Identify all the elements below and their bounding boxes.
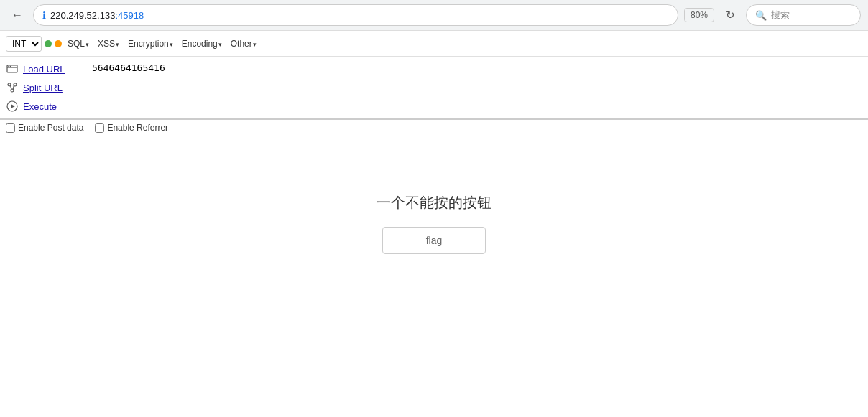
zoom-badge[interactable]: 80% [684,8,714,22]
hackbar-toolbar: INT SQL XSS Encryption Encoding Other [0,31,868,57]
search-placeholder: 搜索 [771,9,790,22]
load-url-item[interactable]: Load URL [0,60,86,78]
split-url-label: Split URL [23,83,63,93]
hackbar-main: 5646464165416 [86,57,868,118]
execute-icon [6,100,19,113]
referrer-checkbox[interactable] [95,123,104,133]
address-host: 220.249.52.133 [50,10,115,21]
hackbar-content: Load URL Split URL Execute 5646464165416 [0,57,868,119]
post-data-checkbox[interactable] [6,123,15,133]
execute-label: Execute [23,101,57,112]
svg-line-8 [13,85,14,90]
encryption-menu-button[interactable]: Encryption [125,37,176,50]
sql-menu-button[interactable]: SQL [65,37,92,50]
flag-button[interactable]: flag [382,227,486,254]
nav-bar: ← ℹ 220.249.52.133:45918 80% ↻ 🔍 搜索 [0,0,868,30]
svg-marker-10 [11,104,15,108]
svg-point-2 [8,66,9,67]
green-dot-icon [45,40,52,47]
reload-button[interactable]: ↻ [720,5,740,25]
back-button[interactable]: ← [7,5,27,25]
xss-menu-button[interactable]: XSS [95,37,122,50]
address-port: :45918 [115,10,144,21]
svg-point-3 [10,66,11,67]
other-menu-button[interactable]: Other [228,37,259,50]
split-url-icon [6,81,19,94]
address-bar: ℹ 220.249.52.133:45918 [33,4,678,26]
split-url-item[interactable]: Split URL [0,78,86,97]
page-title: 一个不能按的按钮 [377,193,491,212]
orange-dot-icon [55,40,62,47]
post-data-label[interactable]: Enable Post data [6,123,83,133]
info-icon: ℹ [42,10,46,21]
load-url-label: Load URL [23,64,65,75]
url-input[interactable]: 5646464165416 [89,60,865,110]
referrer-label[interactable]: Enable Referrer [95,123,168,133]
address-text: 220.249.52.133:45918 [50,10,669,21]
search-box[interactable]: 🔍 搜索 [746,4,861,26]
execute-item[interactable]: Execute [0,97,86,116]
encoding-menu-button[interactable]: Encoding [179,37,225,50]
load-url-icon [6,62,19,75]
svg-line-7 [11,85,12,90]
page-content: 一个不能按的按钮 flag [0,136,868,254]
hackbar-sidebar: Load URL Split URL Execute [0,57,86,118]
hackbar-checkboxes: Enable Post data Enable Referrer [0,119,868,136]
int-select[interactable]: INT [6,36,42,52]
search-icon: 🔍 [755,10,767,21]
